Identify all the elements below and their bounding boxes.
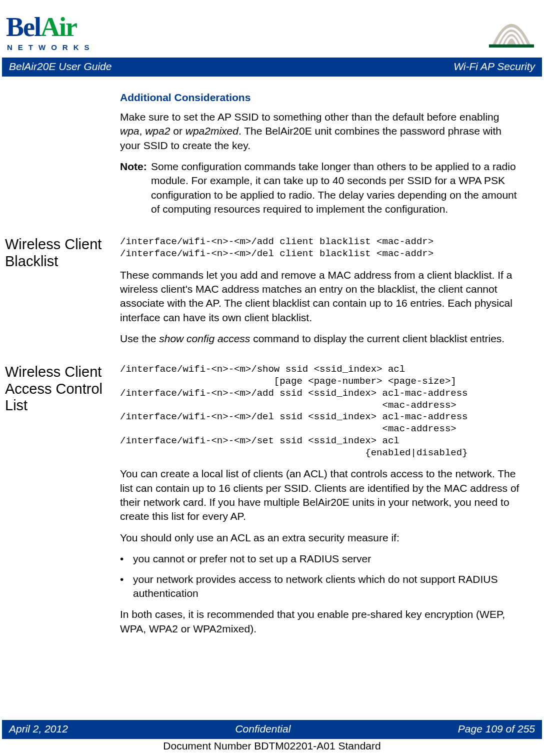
footer-page-number: Page 109 of 255 [458,722,535,736]
code-block: /interface/wifi-<n>-<m>/add client black… [120,236,524,260]
section-heading-blacklist: Wireless Client Blacklist [5,236,115,270]
section-heading-acl: Wireless Client Access Control List [5,364,115,414]
page-header: BelAir NETWORKS [0,0,544,58]
body-paragraph: In both cases, it is recommended that yo… [120,607,524,636]
body-paragraph: Make sure to set the AP SSID to somethin… [120,110,524,153]
body-paragraph: You can create a local list of clients (… [120,467,524,523]
footer-bar: April 2, 2012 Confidential Page 109 of 2… [2,720,542,739]
bullet-icon: • [120,552,133,566]
command-name: show config access [159,333,250,344]
logo-subtext: NETWORKS [6,43,95,53]
svg-rect-0 [489,45,534,48]
brand-logo: BelAir NETWORKS [6,9,95,53]
body-paragraph: You should only use an ACL as an extra s… [120,531,524,545]
list-item: • your network provides access to networ… [120,572,524,601]
code-block: /interface/wifi-<n>-<m>/show ssid <ssid_… [120,364,524,459]
term-wpa2: wpa2 [145,125,170,137]
note-label: Note: [120,160,151,216]
note-text: Some configuration commands take longer … [151,160,524,216]
logo-text-bel: Bel [6,9,40,46]
term-wpa2mixed: wpa2mixed [186,125,238,137]
doc-title-right: Wi-Fi AP Security [454,60,535,74]
body-paragraph: Use the show config access command to di… [120,332,524,346]
bullet-icon: • [120,572,133,601]
subsection-heading: Additional Considerations [120,91,524,105]
footer-confidential: Confidential [235,722,290,736]
page-content: Additional Considerations Make sure to s… [0,77,544,642]
term-wpa: wpa [120,125,140,137]
document-title-bar: BelAir20E User Guide Wi-Fi AP Security [2,58,542,77]
bullet-list: • you cannot or prefer not to set up a R… [120,552,524,600]
footer-date: April 2, 2012 [9,722,68,736]
note-block: Note: Some configuration commands take l… [120,160,524,216]
body-paragraph: These commands let you add and remove a … [120,268,524,325]
document-number: Document Number BDTM02201-A01 Standard [0,739,544,753]
list-item: • you cannot or prefer not to set up a R… [120,552,524,566]
logo-text-air: Air [40,9,76,46]
doc-title-left: BelAir20E User Guide [9,60,112,74]
wireless-emblem-icon [489,9,534,50]
